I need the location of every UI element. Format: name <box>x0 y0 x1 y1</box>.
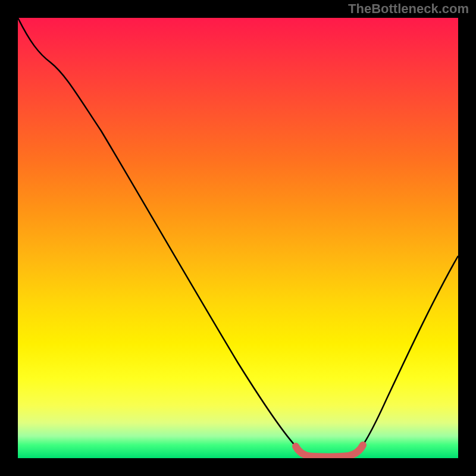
chart-plot-area <box>18 18 458 458</box>
bottleneck-curve-path <box>18 18 458 457</box>
chart-svg <box>18 18 458 458</box>
watermark-text: TheBottleneck.com <box>348 1 469 17</box>
optimal-range-marker <box>296 445 363 457</box>
